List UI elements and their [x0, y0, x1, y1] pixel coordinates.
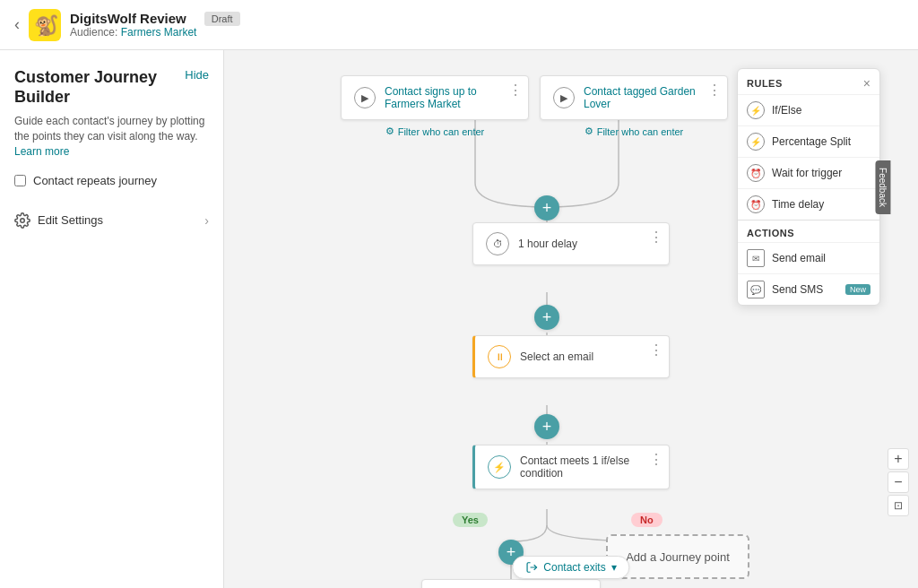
- wait-trigger-label: Wait for trigger: [772, 167, 842, 179]
- plus-after-delay[interactable]: +: [534, 305, 559, 330]
- play-icon-2: ▶: [553, 87, 575, 108]
- sidebar: Customer Journey Builder Hide Guide each…: [0, 50, 224, 588]
- ifelse-label: Contact meets 1 if/else condition: [520, 454, 656, 480]
- time-delay-label: Time delay: [772, 198, 824, 211]
- trigger-node-2[interactable]: ▶ Contact tagged Garden Lover ⋮ ⚙ Filter…: [540, 75, 728, 137]
- zoom-fit-button[interactable]: ⊡: [888, 495, 909, 516]
- back-button[interactable]: ‹: [14, 15, 20, 34]
- rules-item-time-delay[interactable]: ⏰ Time delay: [738, 188, 879, 220]
- contact-repeats-checkbox[interactable]: [14, 175, 26, 186]
- plus-after-email[interactable]: +: [534, 414, 559, 439]
- sidebar-header: Customer Journey Builder Hide: [14, 68, 209, 107]
- settings-label: Edit Settings: [38, 213, 103, 227]
- contact-exits-button[interactable]: Contact exits ▾: [512, 556, 629, 579]
- send-email-icon: ✉: [747, 249, 765, 267]
- chevron-right-icon: ›: [204, 213, 209, 228]
- rules-item-send-sms[interactable]: 💬 Send SMS New: [738, 273, 879, 305]
- pause-icon: ⏸: [488, 345, 511, 368]
- clock-icon: ⏱: [486, 232, 509, 255]
- contact-repeats-row: Contact repeats journey: [14, 174, 209, 187]
- ifelse-icon: ⚡: [488, 455, 511, 479]
- header-title-area: DigitsWolf Review Draft Audience: Farmer…: [70, 11, 240, 39]
- ifelse-node[interactable]: ⚡ Contact meets 1 if/else condition ⋮: [472, 445, 670, 489]
- svg-point-2: [21, 218, 25, 222]
- edit-settings-row[interactable]: Edit Settings ›: [14, 205, 209, 236]
- trigger-node-1[interactable]: ▶ Contact signs up to Farmers Market ⋮ ⚙…: [341, 75, 529, 137]
- rules-panel-close-button[interactable]: ×: [863, 76, 870, 91]
- trigger-1-text: Contact signs up to Farmers Market: [385, 85, 515, 110]
- audience-label: Audience: Farmers Market: [70, 26, 240, 39]
- rules-item-ifelse[interactable]: ⚡ If/Else: [738, 94, 879, 125]
- zoom-controls: + − ⊡: [888, 448, 909, 516]
- delay-node[interactable]: ⏱ 1 hour delay ⋮: [472, 222, 670, 265]
- learn-more-link[interactable]: Learn more: [14, 145, 69, 158]
- rules-item-send-email[interactable]: ✉ Send email: [738, 242, 879, 273]
- journey-canvas: ▶ Contact signs up to Farmers Market ⋮ ⚙…: [224, 50, 918, 588]
- header: ‹ 🐒 DigitsWolf Review Draft Audience: Fa…: [0, 0, 918, 50]
- contact-repeats-label: Contact repeats journey: [33, 174, 157, 187]
- email-menu[interactable]: ⋮: [649, 342, 663, 359]
- time-delay-icon: ⏰: [747, 195, 765, 213]
- trigger-1-menu[interactable]: ⋮: [508, 82, 523, 99]
- email-label: Select an email: [520, 350, 593, 363]
- hide-button[interactable]: Hide: [185, 68, 209, 82]
- send-email-label: Send email: [772, 252, 826, 264]
- svg-text:🐒: 🐒: [34, 13, 59, 38]
- filter-icon-2: ⚙: [585, 125, 593, 137]
- rules-item-wait-trigger[interactable]: ⏰ Wait for trigger: [738, 157, 879, 188]
- app-name: DigitsWolf Review: [70, 11, 186, 26]
- play-icon: ▶: [354, 87, 376, 108]
- send-sms-label: Send SMS: [772, 283, 823, 296]
- ifelse-rules-icon: ⚡: [747, 101, 765, 119]
- sidebar-title: Customer Journey Builder: [14, 68, 185, 107]
- send-sms-icon: 💬: [747, 281, 765, 298]
- trigger-2-menu[interactable]: ⋮: [707, 82, 722, 99]
- delay-label: 1 hour delay: [518, 238, 577, 250]
- logo-icon: 🐒: [29, 9, 61, 41]
- rules-item-split[interactable]: ⚡ Percentage Split: [738, 125, 879, 157]
- settings-left: Edit Settings: [14, 212, 103, 229]
- wait-trigger-icon: ⏰: [747, 164, 765, 182]
- gear-icon: [14, 212, 30, 229]
- zoom-out-button[interactable]: −: [888, 471, 909, 493]
- merge-plus-button[interactable]: +: [534, 195, 559, 220]
- contact-exits-label: Contact exits: [543, 561, 605, 574]
- chevron-down-icon: ▾: [611, 561, 617, 574]
- main-layout: Customer Journey Builder Hide Guide each…: [0, 50, 918, 588]
- trigger-2-text: Contact tagged Garden Lover: [584, 85, 714, 110]
- sms-node[interactable]: 📱 Send SMS Set up SMS Marketing ⋮: [421, 579, 601, 588]
- rules-panel-title: Rules: [747, 78, 783, 89]
- split-rules-icon: ⚡: [747, 133, 765, 151]
- draft-badge: Draft: [204, 12, 240, 26]
- zoom-in-button[interactable]: +: [888, 448, 909, 470]
- filter-link-1[interactable]: ⚙ Filter who can enter: [341, 125, 529, 137]
- ifelse-menu[interactable]: ⋮: [649, 451, 663, 468]
- exit-icon: [525, 561, 538, 574]
- actions-section-title: Actions: [738, 220, 879, 242]
- email-node[interactable]: ⏸ Select an email ⋮: [472, 335, 670, 378]
- sidebar-description: Guide each contact's journey by plotting…: [14, 114, 209, 159]
- filter-icon: ⚙: [385, 125, 394, 137]
- new-badge: New: [845, 284, 870, 295]
- ifelse-rules-label: If/Else: [772, 104, 801, 117]
- audience-link[interactable]: Farmers Market: [121, 26, 197, 39]
- add-journey-label: Add a Journey point: [626, 550, 730, 564]
- rules-panel: Rules × ⚡ If/Else ⚡ Percentage Split ⏰ W…: [737, 68, 880, 306]
- delay-menu[interactable]: ⋮: [649, 229, 663, 246]
- split-rules-label: Percentage Split: [772, 135, 851, 148]
- filter-link-2[interactable]: ⚙ Filter who can enter: [540, 125, 728, 137]
- feedback-tab[interactable]: Feedback: [876, 160, 891, 214]
- no-badge: No: [631, 513, 663, 527]
- rules-panel-header: Rules ×: [738, 69, 879, 94]
- yes-badge: Yes: [453, 513, 488, 527]
